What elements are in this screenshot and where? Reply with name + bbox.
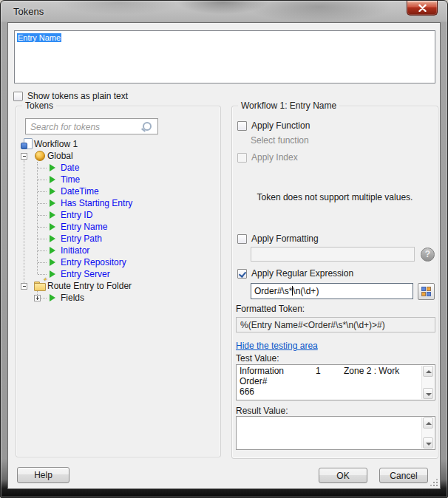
token-search-input[interactable]: Search for tokens [25,118,158,134]
resize-grip[interactable] [430,478,438,487]
checkbox-label: Apply Function [251,120,310,131]
apply-regex-checkbox[interactable]: Apply Regular Expression [237,268,353,279]
tree-item-label: Time [61,174,80,185]
tree-item-global[interactable]: Global [8,150,228,162]
tree-item-label: Workflow 1 [34,139,78,149]
token-arrow-icon [47,221,59,233]
formatting-help-button[interactable] [421,248,435,262]
multivalue-note: Token does not support multiple values. [231,192,438,202]
token-expression-editor[interactable]: Entry Name [14,30,435,83]
regex-text-post: \n(\d+) [293,286,319,296]
checkbox-box[interactable] [237,269,247,279]
token-arrow-icon [47,174,59,185]
search-placeholder: Search for tokens [30,122,100,132]
scroll-down-button[interactable] [423,437,433,448]
hide-testing-area-link[interactable]: Hide the testing area [236,341,318,351]
global-group-icon [34,150,46,162]
token-arrow-icon [47,245,59,256]
test-value-textarea[interactable]: Information1Zone 2 : Work Order# 666 [236,364,435,400]
workflow-icon [21,138,33,150]
checkbox-label: Show tokens as plain text [27,91,128,101]
tree-item-label: Date [61,163,79,173]
show-plain-text-checkbox[interactable]: Show tokens as plain text [13,91,128,101]
tree-item-datetime[interactable]: DateTime [8,185,228,197]
tokens-dialog: Tokens Entry Name Show tokens as plain t… [0,0,448,498]
collapse-icon[interactable] [21,283,27,290]
tree-item-route-entry-to-folder[interactable]: Route Entry to Folder [8,280,228,292]
tokens-group-title: Tokens [22,100,56,111]
test-value-label: Test Value: [236,353,279,364]
regex-builder-button[interactable] [418,283,435,300]
apply-function-checkbox[interactable]: Apply Function [237,120,310,131]
token-arrow-icon [47,292,59,304]
tree-item-label: Global [47,151,73,161]
tree-item-entry-server[interactable]: Entry Server [8,268,228,280]
tree-item-initiator[interactable]: Initiator [8,245,228,256]
scroll-up-button[interactable] [423,417,433,429]
checkbox-box[interactable] [237,121,247,131]
tree-item-has-starting-entry[interactable]: Has Starting Entry [8,197,228,209]
checkbox-box[interactable] [237,234,247,244]
token-arrow-icon [47,209,59,221]
test-value-col: 1 [316,366,344,376]
collapse-icon[interactable] [21,153,27,160]
tree-item-entry-name[interactable]: Entry Name [8,221,228,233]
scroll-up-button[interactable] [423,366,433,377]
search-icon [141,121,152,132]
ok-button[interactable]: OK [319,468,367,483]
expand-icon[interactable] [34,295,41,301]
cancel-button[interactable]: Cancel [379,468,428,483]
vertical-scrollbar[interactable] [421,366,434,399]
test-value-line: Order# [240,376,432,386]
token-arrow-icon [47,233,59,245]
tree-item-entry-id[interactable]: Entry ID [8,209,228,221]
client-area: Entry Name Show tokens as plain text Tok… [7,22,441,489]
token-arrow-icon [47,256,59,268]
window-title: Tokens [13,6,44,17]
checkbox-box[interactable] [13,92,23,101]
tree-item-label: Initiator [61,245,89,256]
tree-item-entry-repository[interactable]: Entry Repository [8,256,228,268]
token-arrow-icon [47,185,59,197]
test-value-col: Information [240,366,316,376]
token-arrow-icon [47,268,59,280]
select-function-label: Select function [251,135,309,146]
tree-item-label: DateTime [61,186,99,197]
regex-input[interactable]: Order#\s*\n(\d+) [251,283,413,299]
close-icon [418,4,427,12]
folder-icon [34,280,46,292]
apply-formatting-checkbox[interactable]: Apply Formatting [237,233,319,244]
checkbox-label: Apply Index [251,152,298,163]
properties-group-title: Workflow 1: Entry Name [238,100,339,111]
result-value-textarea[interactable] [236,416,435,450]
tree-item-label: Fields [61,293,84,303]
apply-index-checkbox: Apply Index [237,152,298,163]
tree-item-time[interactable]: Time [8,174,228,185]
formatted-token-value: %(Entry Name#<Order#\s*\n(\d+)>#) [236,317,435,332]
tree-item-entry-path[interactable]: Entry Path [8,233,228,245]
regex-text-pre: Order#\s* [254,286,292,296]
token-arrow-icon [47,162,59,174]
tree-item-label: Has Starting Entry [61,198,132,208]
help-button[interactable]: Help [17,467,69,483]
token-arrow-icon [47,197,59,209]
checkbox-label: Apply Formatting [251,233,319,244]
tree-item-label: Entry Repository [61,257,126,267]
checkbox-label: Apply Regular Expression [251,268,353,279]
tree-item-date[interactable]: Date [8,162,228,174]
close-button[interactable] [407,1,438,16]
titlebar[interactable]: Tokens [1,1,447,22]
vertical-scrollbar[interactable] [421,417,434,448]
checkbox-box [237,153,247,163]
tree-item-workflow-1[interactable]: Workflow 1 [8,138,228,150]
tree-item-label: Entry Path [61,233,102,244]
tree-item-fields[interactable]: Fields [8,292,228,304]
regex-builder-icon [421,287,431,296]
selected-token-text: Entry Name [17,33,61,42]
tree-item-label: Route Entry to Folder [47,281,132,291]
result-value-label: Result Value: [236,406,288,416]
scroll-down-button[interactable] [423,388,433,399]
formatting-input [251,247,415,262]
tree-item-label: Entry ID [61,210,92,220]
token-tree: Workflow 1GlobalDateTimeDateTimeHas Star… [8,138,228,315]
